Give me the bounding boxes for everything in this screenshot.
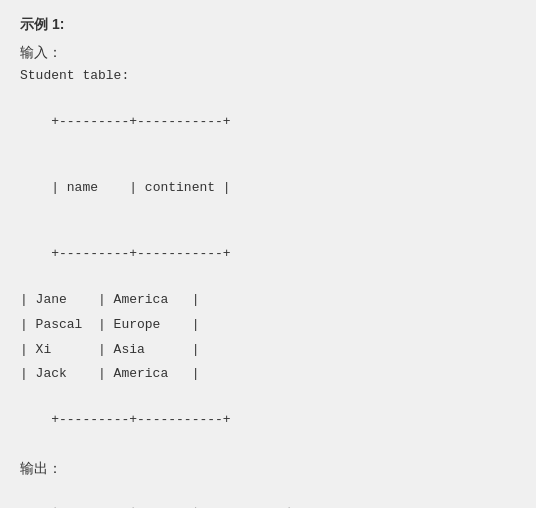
output-border-top: +---------+-------+-----------+: [51, 504, 293, 508]
output-border-top-wrapper: +---------+-------+-----------+: [20, 482, 516, 508]
input-header-row: | name | continent |: [20, 157, 516, 219]
input-row-2: | Xi | Asia |: [20, 340, 516, 361]
output-label: 输出：: [20, 460, 516, 478]
input-rows-container: | Jane | America || Pascal | Europe || X…: [20, 290, 516, 385]
input-row-3: | Jack | America |: [20, 364, 516, 385]
input-row-1: | Pascal | Europe |: [20, 315, 516, 336]
student-table-label: Student table:: [20, 66, 516, 87]
main-container: 示例 1: 输入： Student table: +---------+----…: [20, 16, 516, 508]
input-border-mid: +---------+-----------+: [20, 224, 516, 286]
input-row-0: | Jane | America |: [20, 290, 516, 311]
input-header: | name | continent |: [51, 180, 230, 195]
input-border-top: +---------+-----------+: [51, 114, 230, 129]
input-border-bot-wrapper: +---------+-----------+: [20, 389, 516, 451]
input-label: 输入：: [20, 44, 516, 62]
input-mid-border: +---------+-----------+: [51, 246, 230, 261]
input-table: +---------+-----------+: [20, 91, 516, 153]
input-border-bot: +---------+-----------+: [51, 412, 230, 427]
example-label: 示例 1:: [20, 16, 516, 34]
